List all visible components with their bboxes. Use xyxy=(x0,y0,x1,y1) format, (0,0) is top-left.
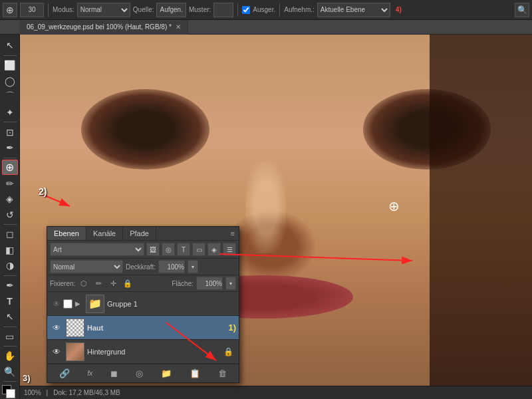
layer-name-haut: Haut xyxy=(87,324,223,332)
layer-eye-hintergrund[interactable]: 👁 xyxy=(50,347,63,356)
layer-adj-filter-btn[interactable]: ◎ xyxy=(162,243,175,256)
path-select-tool[interactable]: ↖ xyxy=(2,309,18,325)
pen-tool[interactable]: ✒ xyxy=(2,278,18,293)
layer-eye-gruppe1[interactable]: 👁 xyxy=(50,299,63,309)
tab-close-button[interactable]: ✕ xyxy=(176,23,181,31)
muster-label: Muster: xyxy=(189,6,211,13)
lock-paint-btn[interactable]: ✏ xyxy=(92,277,104,289)
document-tab[interactable]: 06_09_werkzeuge.psd bei 100% (Haut, RGB/… xyxy=(20,20,188,35)
layer-type-filter[interactable]: Art xyxy=(50,243,144,256)
layer-eye-haut[interactable]: 👁 xyxy=(50,323,63,332)
stamp-tool[interactable]: ◈ xyxy=(2,192,18,207)
fill-input[interactable] xyxy=(196,277,223,290)
fix-label: Fixieren: xyxy=(50,280,75,287)
fill-dropdown-arrow[interactable]: ▾ xyxy=(225,277,236,290)
main-area: ↖ ⬜ ◯ ⌒ ✦ ⊡ ✒ ⊕ ✏ ◈ ↺ ◻ ◧ ◑ ✒ T ↖ ▭ ✋ 🔍 xyxy=(0,35,532,399)
add-adjustment-btn[interactable]: ◎ xyxy=(133,367,146,380)
tool-sep-6 xyxy=(3,327,17,327)
add-mask-btn[interactable]: ◼ xyxy=(108,367,120,380)
panel-header: Ebenen Kanäle Pfade ≡ xyxy=(47,227,239,241)
modus-select[interactable]: Normal xyxy=(77,3,130,17)
shape-tool[interactable]: ▭ xyxy=(2,329,18,344)
layer-row-hintergrund[interactable]: 👁 Hintergrund 🔒 xyxy=(47,340,239,364)
eraser-tool[interactable]: ◻ xyxy=(2,227,18,242)
eyedropper-tool[interactable]: ✒ xyxy=(2,140,18,156)
lock-move-btn[interactable]: ✛ xyxy=(107,277,119,289)
layer-expand-gruppe1[interactable]: ▶ xyxy=(75,300,80,307)
divider-2 xyxy=(237,3,238,17)
tab-pfade[interactable]: Pfade xyxy=(123,227,156,240)
lasso-tool[interactable]: ⌒ xyxy=(2,89,18,104)
ellipse-select-tool[interactable]: ◯ xyxy=(2,74,18,89)
rect-select-tool[interactable]: ⬜ xyxy=(2,58,18,73)
annotation-2: 2) xyxy=(39,186,47,197)
fill-label: Fläche: xyxy=(172,280,194,287)
muster-button[interactable] xyxy=(213,3,233,17)
layers-footer: 🔗 fx ◼ ◎ 📁 📋 🗑 xyxy=(47,364,239,382)
zoom-tool[interactable]: 🔍 xyxy=(2,364,18,380)
tool-sep-3 xyxy=(3,158,17,158)
add-layer-btn[interactable]: 📋 xyxy=(187,367,203,380)
blend-mode-select[interactable]: Normal xyxy=(50,260,123,273)
layers-panel: Ebenen Kanäle Pfade ≡ Art 🖼 ◎ T ▭ ◈ ☰ xyxy=(47,226,239,383)
fix-row: Fixieren: ⬡ ✏ ✛ 🔒 Fläche: ▾ xyxy=(47,275,239,292)
canvas-image: ⊕ 2) 3) xyxy=(20,35,532,399)
layer-icon-filter-btn[interactable]: 🖼 xyxy=(146,243,160,256)
magic-select-tool[interactable]: ✦ xyxy=(2,105,18,120)
move-tool[interactable]: ↖ xyxy=(2,37,18,53)
brush-tool[interactable]: ✏ xyxy=(2,176,18,191)
lock-all-btn[interactable]: 🔒 xyxy=(122,277,134,289)
crosshair-cursor: ⊕ xyxy=(388,198,400,214)
blend-opacity-row: Normal Deckkraft: ▾ xyxy=(47,259,239,275)
gradient-tool[interactable]: ◧ xyxy=(2,243,18,258)
annotation-1: 1) xyxy=(228,323,236,332)
delete-layer-btn[interactable]: 🗑 xyxy=(215,367,229,380)
tab-ebenen[interactable]: Ebenen xyxy=(47,227,86,240)
brush-size-input[interactable]: 30 xyxy=(20,3,44,17)
lock-transparent-btn[interactable]: ⬡ xyxy=(78,277,90,289)
annotation-3: 3) xyxy=(23,373,31,383)
layers-search-row: Art 🖼 ◎ T ▭ ◈ ☰ xyxy=(47,241,239,259)
tools-panel: ↖ ⬜ ◯ ⌒ ✦ ⊡ ✒ ⊕ ✏ ◈ ↺ ◻ ◧ ◑ ✒ T ↖ ▭ ✋ 🔍 xyxy=(0,35,20,399)
ausger-checkbox[interactable] xyxy=(242,6,250,14)
color-swatches[interactable] xyxy=(2,385,18,399)
panel-menu-btn[interactable]: ☰ xyxy=(223,243,236,256)
doc-size: Dok: 17,2 MB/46,3 MB xyxy=(53,389,120,396)
layer-text-filter-btn[interactable]: T xyxy=(177,243,190,256)
ausger-label: Ausger. xyxy=(253,6,275,13)
layer-thumb-haut xyxy=(66,319,84,337)
layer-smartobj-filter-btn[interactable]: ◈ xyxy=(207,243,221,256)
search-toolbar-icon[interactable]: 🔍 xyxy=(515,3,529,17)
tab-kanaele[interactable]: Kanäle xyxy=(86,227,123,240)
aufgen-button[interactable]: Aufgen. xyxy=(156,3,186,17)
opacity-dropdown-arrow[interactable]: ▾ xyxy=(188,260,198,273)
healing-brush-tool[interactable]: ⊕ xyxy=(2,160,18,175)
layer-row-haut[interactable]: 👁 Haut 1) xyxy=(47,316,239,340)
panel-options-button[interactable]: ≡ xyxy=(227,227,239,240)
history-brush-tool[interactable]: ↺ xyxy=(2,207,18,222)
tab-bar: 06_09_werkzeuge.psd bei 100% (Haut, RGB/… xyxy=(0,20,532,35)
layer-lock-icon: 🔒 xyxy=(223,347,233,356)
crop-tool[interactable]: ⊡ xyxy=(2,124,18,140)
layer-thumb-hintergrund xyxy=(66,342,84,361)
layer-checkbox-gruppe1[interactable] xyxy=(63,299,72,309)
opacity-label: Deckkraft: xyxy=(126,263,156,271)
blur-tool[interactable]: ◑ xyxy=(2,258,18,273)
aufnehm-label: Aufnehm.: xyxy=(284,6,315,13)
tool-sep-5 xyxy=(3,275,17,276)
canvas-area[interactable]: ⊕ 2) 3) xyxy=(20,35,532,399)
layer-row-gruppe1[interactable]: 👁 ▶ 📁 Gruppe 1 xyxy=(47,292,239,316)
opacity-input[interactable] xyxy=(158,260,185,273)
text-tool[interactable]: T xyxy=(2,293,18,309)
layer-shape-filter-btn[interactable]: ▭ xyxy=(192,243,205,256)
modus-label: Modus: xyxy=(53,6,74,13)
hand-tool[interactable]: ✋ xyxy=(2,348,18,364)
layer-thumb-gruppe1: 📁 xyxy=(86,295,104,313)
add-group-btn[interactable]: 📁 xyxy=(158,367,174,380)
quelle-label: Quelle: xyxy=(133,6,154,13)
annotation-4: 4) xyxy=(396,6,402,13)
fx-btn[interactable]: fx xyxy=(85,368,96,378)
link-layers-btn[interactable]: 🔗 xyxy=(57,367,72,380)
canvas-status-bar: 100% | Dok: 17,2 MB/46,3 MB xyxy=(20,386,532,399)
aufnehm-select[interactable]: Aktuelle Ebene xyxy=(317,3,390,17)
